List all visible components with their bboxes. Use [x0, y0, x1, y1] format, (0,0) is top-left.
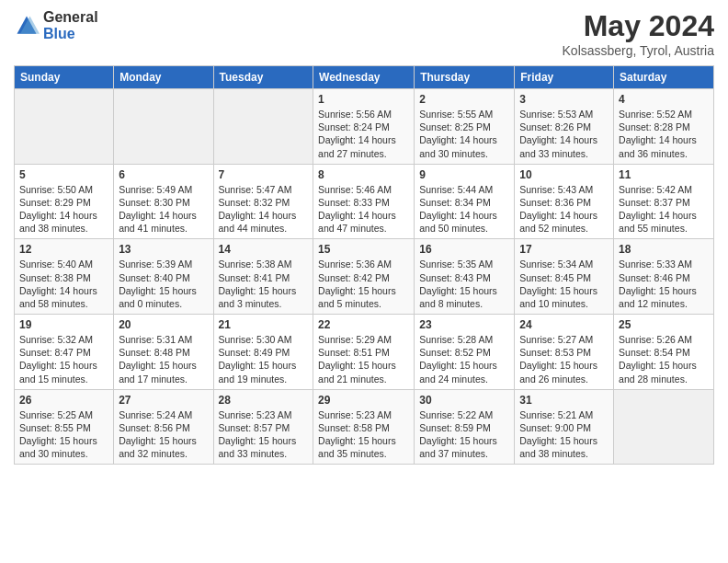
- day-cell: 12Sunrise: 5:40 AMSunset: 8:38 PMDayligh…: [15, 239, 114, 315]
- day-number: 9: [419, 168, 509, 181]
- day-cell: 23Sunrise: 5:28 AMSunset: 8:52 PMDayligh…: [415, 315, 515, 390]
- day-info: Sunrise: 5:50 AMSunset: 8:29 PMDaylight:…: [19, 184, 97, 235]
- week-row-5: 26Sunrise: 5:25 AMSunset: 8:55 PMDayligh…: [15, 389, 714, 465]
- day-info: Sunrise: 5:49 AMSunset: 8:30 PMDaylight:…: [119, 184, 197, 235]
- day-number: 4: [619, 93, 709, 106]
- day-info: Sunrise: 5:31 AMSunset: 8:48 PMDaylight:…: [119, 334, 197, 385]
- day-info: Sunrise: 5:38 AMSunset: 8:41 PMDaylight:…: [219, 259, 297, 309]
- day-info: Sunrise: 5:23 AMSunset: 8:58 PMDaylight:…: [318, 409, 396, 460]
- day-number: 11: [619, 168, 709, 181]
- day-number: 23: [419, 318, 509, 331]
- day-cell: 13Sunrise: 5:39 AMSunset: 8:40 PMDayligh…: [114, 239, 213, 315]
- day-info: Sunrise: 5:42 AMSunset: 8:37 PMDaylight:…: [619, 184, 697, 235]
- day-info: Sunrise: 5:33 AMSunset: 8:46 PMDaylight:…: [619, 259, 697, 309]
- day-cell: 21Sunrise: 5:30 AMSunset: 8:49 PMDayligh…: [213, 315, 313, 390]
- day-number: 31: [519, 394, 609, 407]
- day-cell: 6Sunrise: 5:49 AMSunset: 8:30 PMDaylight…: [114, 164, 213, 239]
- day-number: 22: [318, 318, 409, 331]
- day-info: Sunrise: 5:56 AMSunset: 8:24 PMDaylight:…: [318, 109, 396, 159]
- day-info: Sunrise: 5:47 AMSunset: 8:32 PMDaylight:…: [219, 184, 297, 235]
- day-number: 2: [419, 93, 509, 106]
- day-info: Sunrise: 5:26 AMSunset: 8:54 PMDaylight:…: [619, 334, 697, 385]
- day-number: 5: [19, 168, 108, 181]
- day-number: 6: [119, 168, 208, 181]
- day-info: Sunrise: 5:25 AMSunset: 8:55 PMDaylight:…: [19, 409, 97, 460]
- day-info: Sunrise: 5:43 AMSunset: 8:36 PMDaylight:…: [519, 184, 597, 235]
- day-cell: 29Sunrise: 5:23 AMSunset: 8:58 PMDayligh…: [313, 389, 415, 465]
- day-cell: 14Sunrise: 5:38 AMSunset: 8:41 PMDayligh…: [213, 239, 313, 315]
- day-cell: 1Sunrise: 5:56 AMSunset: 8:24 PMDaylight…: [313, 89, 415, 165]
- day-number: 17: [519, 243, 609, 256]
- day-cell: [15, 89, 114, 165]
- day-info: Sunrise: 5:55 AMSunset: 8:25 PMDaylight:…: [419, 109, 497, 159]
- day-info: Sunrise: 5:28 AMSunset: 8:52 PMDaylight:…: [419, 334, 497, 385]
- day-info: Sunrise: 5:39 AMSunset: 8:40 PMDaylight:…: [119, 259, 197, 309]
- day-cell: 2Sunrise: 5:55 AMSunset: 8:25 PMDaylight…: [415, 89, 515, 165]
- week-row-1: 1Sunrise: 5:56 AMSunset: 8:24 PMDaylight…: [15, 89, 714, 165]
- column-header-saturday: Saturday: [614, 66, 714, 89]
- day-info: Sunrise: 5:21 AMSunset: 9:00 PMDaylight:…: [519, 409, 597, 460]
- day-info: Sunrise: 5:30 AMSunset: 8:49 PMDaylight:…: [219, 334, 297, 385]
- logo: General Blue: [14, 9, 98, 41]
- column-header-monday: Monday: [114, 66, 213, 89]
- logo-blue: Blue: [43, 26, 98, 42]
- day-cell: 18Sunrise: 5:33 AMSunset: 8:46 PMDayligh…: [614, 239, 714, 315]
- column-header-wednesday: Wednesday: [313, 66, 415, 89]
- day-cell: 31Sunrise: 5:21 AMSunset: 9:00 PMDayligh…: [515, 389, 614, 465]
- logo-text: General Blue: [43, 9, 98, 41]
- column-header-sunday: Sunday: [15, 66, 114, 89]
- day-info: Sunrise: 5:40 AMSunset: 8:38 PMDaylight:…: [19, 259, 97, 309]
- day-cell: 24Sunrise: 5:27 AMSunset: 8:53 PMDayligh…: [515, 315, 614, 390]
- day-cell: 26Sunrise: 5:25 AMSunset: 8:55 PMDayligh…: [15, 389, 114, 465]
- day-number: 25: [619, 318, 709, 331]
- day-info: Sunrise: 5:23 AMSunset: 8:57 PMDaylight:…: [219, 409, 297, 460]
- column-header-friday: Friday: [515, 66, 614, 89]
- column-header-tuesday: Tuesday: [213, 66, 313, 89]
- day-cell: [213, 89, 313, 165]
- day-cell: 4Sunrise: 5:52 AMSunset: 8:28 PMDaylight…: [614, 89, 714, 165]
- day-cell: [114, 89, 213, 165]
- header: General Blue May 2024 Kolsassberg, Tyrol…: [14, 9, 714, 58]
- day-cell: [614, 389, 714, 465]
- subtitle: Kolsassberg, Tyrol, Austria: [563, 43, 714, 58]
- calendar-page: General Blue May 2024 Kolsassberg, Tyrol…: [0, 0, 728, 563]
- header-row: SundayMondayTuesdayWednesdayThursdayFrid…: [15, 66, 714, 89]
- day-cell: 5Sunrise: 5:50 AMSunset: 8:29 PMDaylight…: [15, 164, 114, 239]
- day-info: Sunrise: 5:35 AMSunset: 8:43 PMDaylight:…: [419, 259, 497, 309]
- day-number: 10: [519, 168, 609, 181]
- day-cell: 19Sunrise: 5:32 AMSunset: 8:47 PMDayligh…: [15, 315, 114, 390]
- day-info: Sunrise: 5:24 AMSunset: 8:56 PMDaylight:…: [119, 409, 197, 460]
- day-cell: 25Sunrise: 5:26 AMSunset: 8:54 PMDayligh…: [614, 315, 714, 390]
- day-number: 13: [119, 243, 208, 256]
- day-info: Sunrise: 5:29 AMSunset: 8:51 PMDaylight:…: [318, 334, 396, 385]
- day-cell: 7Sunrise: 5:47 AMSunset: 8:32 PMDaylight…: [213, 164, 313, 239]
- day-info: Sunrise: 5:32 AMSunset: 8:47 PMDaylight:…: [19, 334, 97, 385]
- week-row-3: 12Sunrise: 5:40 AMSunset: 8:38 PMDayligh…: [15, 239, 714, 315]
- day-number: 26: [19, 394, 108, 407]
- day-cell: 30Sunrise: 5:22 AMSunset: 8:59 PMDayligh…: [415, 389, 515, 465]
- week-row-2: 5Sunrise: 5:50 AMSunset: 8:29 PMDaylight…: [15, 164, 714, 239]
- day-number: 28: [219, 394, 309, 407]
- day-number: 7: [219, 168, 309, 181]
- day-cell: 16Sunrise: 5:35 AMSunset: 8:43 PMDayligh…: [415, 239, 515, 315]
- day-info: Sunrise: 5:44 AMSunset: 8:34 PMDaylight:…: [419, 184, 497, 235]
- day-cell: 9Sunrise: 5:44 AMSunset: 8:34 PMDaylight…: [415, 164, 515, 239]
- day-cell: 28Sunrise: 5:23 AMSunset: 8:57 PMDayligh…: [213, 389, 313, 465]
- day-info: Sunrise: 5:52 AMSunset: 8:28 PMDaylight:…: [619, 109, 697, 159]
- day-info: Sunrise: 5:27 AMSunset: 8:53 PMDaylight:…: [519, 334, 597, 385]
- day-cell: 22Sunrise: 5:29 AMSunset: 8:51 PMDayligh…: [313, 315, 415, 390]
- day-cell: 11Sunrise: 5:42 AMSunset: 8:37 PMDayligh…: [614, 164, 714, 239]
- day-number: 24: [519, 318, 609, 331]
- column-header-thursday: Thursday: [415, 66, 515, 89]
- day-number: 1: [318, 93, 409, 106]
- day-cell: 8Sunrise: 5:46 AMSunset: 8:33 PMDaylight…: [313, 164, 415, 239]
- day-number: 16: [419, 243, 509, 256]
- main-title: May 2024: [563, 9, 714, 43]
- week-row-4: 19Sunrise: 5:32 AMSunset: 8:47 PMDayligh…: [15, 315, 714, 390]
- day-number: 14: [219, 243, 309, 256]
- day-cell: 20Sunrise: 5:31 AMSunset: 8:48 PMDayligh…: [114, 315, 213, 390]
- day-cell: 27Sunrise: 5:24 AMSunset: 8:56 PMDayligh…: [114, 389, 213, 465]
- title-section: May 2024 Kolsassberg, Tyrol, Austria: [563, 9, 714, 58]
- day-number: 21: [219, 318, 309, 331]
- day-number: 15: [318, 243, 409, 256]
